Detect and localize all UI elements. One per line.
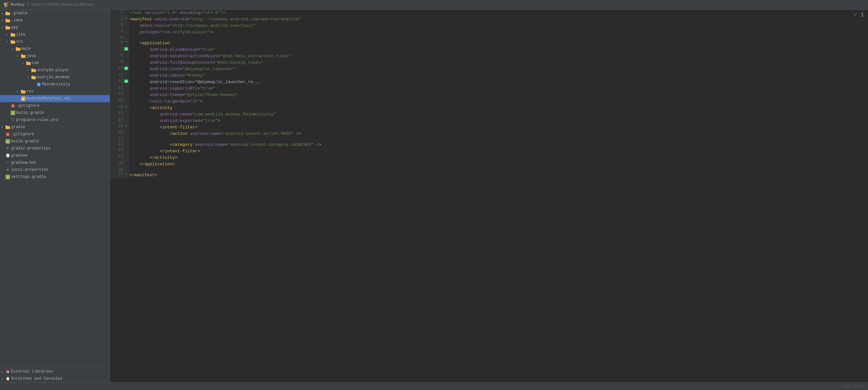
svg-text:C: C (38, 83, 40, 86)
sidebar: .gradle.ideaapplibssrcmainjavacomunity3d… (0, 10, 110, 382)
file-icon-gradlew: 📄 (5, 153, 10, 158)
tree-item-unity3d-player[interactable]: unity3d.player (0, 67, 110, 74)
gutter-26 (123, 167, 129, 172)
gutter-5 (123, 36, 129, 40)
tree-label-AndroidManifest: AndroidManifest.xml (27, 96, 71, 101)
table-row: 16⊖ <activity (110, 105, 868, 111)
gutter-2: ⊖ (123, 16, 129, 23)
svg-rect-13 (21, 54, 23, 56)
arrow-unity3d-player (27, 69, 31, 72)
gutter-23 (123, 148, 129, 155)
line-number-24: 24 (110, 155, 123, 161)
tree-label-build-gradle-app: build.gradle (16, 110, 44, 115)
code-table: 1<?xml version="1.0" encoding="utf-8"?>2… (110, 10, 868, 178)
table-row: 19⊖ <intent-filter> (110, 124, 868, 131)
tree-label-app: app (11, 25, 18, 30)
tree-item-gitignore-app[interactable]: G.gitignore (0, 102, 110, 109)
gutter-15 (123, 98, 129, 105)
code-line-23: </intent-filter> (129, 148, 868, 155)
tree-label-res: res (27, 89, 34, 94)
code-line-24: </activity> (129, 155, 868, 161)
arrow-src (6, 40, 10, 44)
code-line-16: <activity (129, 105, 868, 111)
tree-item-wsetjin-monkey[interactable]: wsetjin.monkey (0, 74, 110, 81)
table-row: 22 <category android:name="android.inten… (110, 142, 868, 148)
tree-item-build-gradle-app[interactable]: Gbuild.gradle (0, 109, 110, 117)
gutter-8 (123, 53, 129, 60)
code-line-4: package="com.unity3d.player"> (129, 29, 868, 36)
tree-item-proguard[interactable]: 🛡proguard-rules.pro (0, 117, 110, 124)
code-line-6: <application (129, 40, 868, 46)
editor-content[interactable]: ✓ 1 1<?xml version="1.0" encoding="utf-8… (110, 10, 868, 382)
sidebar-footer: 📚 External Libraries 📋 Scratches and Con… (0, 368, 110, 382)
file-icon-build-gradle-app: G (10, 110, 16, 116)
svg-text:G: G (7, 176, 9, 179)
tree-item-build-gradle-root[interactable]: Gbuild.gradle (0, 138, 110, 145)
tree-item-MainActivity[interactable]: CMainActivity (0, 81, 110, 88)
line-number-27: 27 (110, 172, 123, 178)
file-icon-java (21, 53, 26, 59)
tree-label-gradle: .gradle (11, 11, 27, 15)
table-row: 23 </intent-filter> (110, 148, 868, 155)
table-row: 15 tools:targetApi="31"> (110, 98, 868, 105)
svg-rect-11 (16, 47, 18, 48)
line-number-25: 25 (110, 161, 123, 167)
code-line-12: android:roundIcon="@mipmap/ic_launcher_r… (129, 79, 868, 85)
tree-item-libs[interactable]: libs (0, 31, 110, 38)
arrow-wsetjin-monkey (27, 76, 31, 79)
code-line-22: <category android:name="android.intent.c… (129, 142, 868, 148)
tree-item-gradlew[interactable]: 📄gradlew (0, 152, 110, 159)
tree-label-local-properties: local.properties (11, 167, 48, 172)
gutter-27: ⊖ (123, 172, 129, 178)
table-row: 11 android:label="Monkey" (110, 72, 868, 79)
scratches-consoles-item[interactable]: 📋 Scratches and Consoles (0, 375, 110, 382)
code-line-17: android:name="com.wsetjin.monkey.MainAct… (129, 111, 868, 118)
table-row: 24 </activity> (110, 155, 868, 161)
scratches-icon: 📋 (5, 376, 10, 381)
tree-item-gradle-root[interactable]: gradle (0, 124, 110, 131)
svg-text:A: A (126, 67, 127, 70)
file-icon-AndroidManifest: MF (21, 96, 26, 101)
table-row: 14 android:theme="@style/Theme.Monkey" (110, 92, 868, 98)
tree-item-res[interactable]: res (0, 88, 110, 95)
tree-item-src[interactable]: src (0, 38, 110, 45)
gutter-1 (123, 10, 129, 16)
tree-item-gradlew-bat[interactable]: ⚡gradlew.bat (0, 159, 110, 166)
tree-item-gitignore-root[interactable]: G.gitignore (0, 131, 110, 138)
tree-item-settings-gradle[interactable]: Gsettings.gradle (0, 173, 110, 181)
svg-rect-3 (5, 19, 7, 20)
file-icon-libs (10, 32, 16, 37)
tree-item-app[interactable]: app (0, 24, 110, 31)
table-row: 8 android:dataExtractionRules="@xml/data… (110, 53, 868, 60)
tree-item-java[interactable]: java (0, 53, 110, 60)
table-row: 4 package="com.unity3d.player"> (110, 29, 868, 36)
arrow-app (1, 26, 5, 29)
table-row: 17 android:name="com.wsetjin.monkey.Main… (110, 111, 868, 118)
tree-label-gitignore-root: .gitignore (11, 132, 34, 136)
gutter-9 (123, 60, 129, 66)
tree-item-AndroidManifest[interactable]: MFAndroidManifest.xml (0, 95, 110, 102)
code-line-2: <manifest xmlns:android="http://schemas.… (129, 16, 868, 23)
tree-item-gradle[interactable]: .gradle (0, 10, 110, 17)
file-icon-main (16, 46, 21, 52)
tree-label-build-gradle-root: build.gradle (11, 139, 39, 143)
tree-item-idea[interactable]: .idea (0, 17, 110, 24)
external-libraries-item[interactable]: 📚 External Libraries (0, 368, 110, 375)
gutter-11 (123, 72, 129, 79)
app-title: Monkey (11, 3, 25, 7)
tree-item-local-properties[interactable]: ⚙local.properties (0, 166, 110, 173)
arrow-res (17, 90, 21, 93)
code-line-15: tools:targetApi="31"> (129, 98, 868, 105)
svg-rect-31 (5, 126, 7, 127)
tree-label-gradle-root: gradle (11, 125, 25, 129)
status-bar: CSDN @付付狗 (0, 382, 868, 390)
svg-rect-15 (26, 61, 28, 63)
title-bar: 🐒 Monkey C:\Users\98288\Desktop\Monkey (0, 0, 868, 10)
tree-item-gradle-properties[interactable]: ⚙gradle.properties (0, 145, 110, 152)
file-icon-idea (5, 18, 10, 23)
tree-item-com[interactable]: com (0, 60, 110, 67)
external-libraries-label: External Libraries (11, 369, 53, 374)
tree-item-main[interactable]: main (0, 45, 110, 53)
line-number-16: 16 (110, 105, 123, 111)
scratches-consoles-arrow (1, 377, 5, 381)
